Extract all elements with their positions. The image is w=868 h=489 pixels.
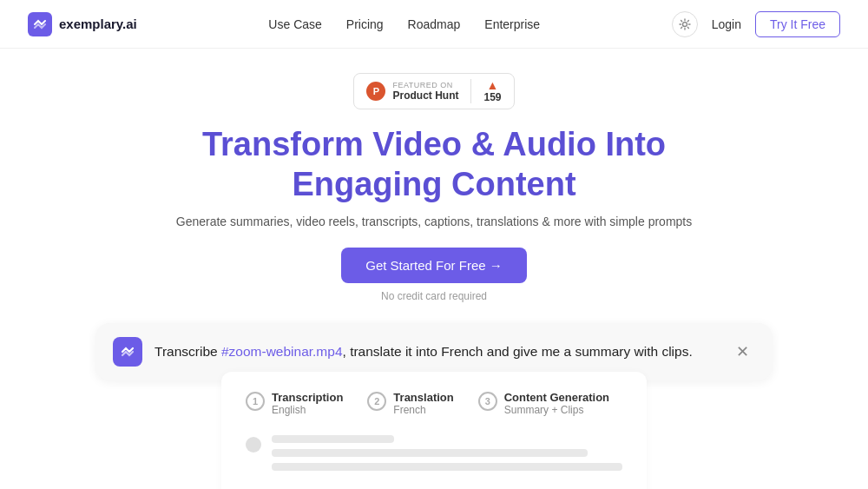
step-translation: 2 Translation French: [367, 391, 453, 416]
ph-divider: [470, 79, 471, 103]
logo-icon: [28, 12, 52, 36]
ph-arrow-icon: ▲: [487, 79, 499, 91]
nav-use-case[interactable]: Use Case: [268, 17, 321, 31]
nav-roadmap[interactable]: Roadmap: [408, 17, 461, 31]
login-button[interactable]: Login: [712, 17, 741, 31]
step-3-title: Content Generation: [504, 391, 609, 404]
prompt-text: Transcribe #zoom-webinar.mp4, translate …: [155, 344, 693, 360]
exemplary-icon: [113, 337, 142, 367]
settings-button[interactable]: [672, 11, 698, 37]
skeleton-row-1: [246, 435, 622, 477]
step-2-title: Translation: [393, 391, 453, 404]
product-hunt-badge[interactable]: P FEATURED ON Product Hunt ▲ 159: [353, 73, 514, 109]
hero-section: P FEATURED ON Product Hunt ▲ 159 Transfo…: [0, 49, 868, 380]
try-free-button[interactable]: Try It Free: [755, 11, 840, 37]
ph-text: FEATURED ON Product Hunt: [392, 81, 458, 102]
ph-score: ▲ 159: [483, 79, 501, 103]
step-1-num: 1: [246, 392, 265, 411]
logo[interactable]: exemplary.ai: [28, 12, 137, 36]
skeleton-avatar-1: [246, 437, 261, 453]
step-2-sub: French: [393, 404, 453, 416]
step-transcription: 1 Transcription English: [246, 391, 343, 416]
ph-logo-icon: P: [366, 82, 385, 101]
step-1-sub: English: [272, 404, 343, 416]
step-1-title: Transcription: [272, 391, 343, 404]
prompt-left: Transcribe #zoom-webinar.mp4, translate …: [113, 337, 693, 367]
nav-pricing[interactable]: Pricing: [346, 17, 384, 31]
skeleton-line: [272, 435, 394, 443]
hero-subheadline: Generate summaries, video reels, transcr…: [176, 215, 692, 228]
ph-featured-label: FEATURED ON: [392, 81, 452, 89]
nav-enterprise[interactable]: Enterprise: [484, 17, 540, 31]
nav-links: Use Case Pricing Roadmap Enterprise: [268, 17, 540, 31]
ph-count: 159: [483, 91, 501, 103]
logo-text: exemplary.ai: [59, 17, 137, 31]
prompt-filename: #zoom-webinar.mp4: [221, 344, 343, 359]
prompt-close-button[interactable]: ✕: [729, 339, 755, 365]
nav-right: Login Try It Free: [672, 11, 840, 37]
no-credit-card-text: No credit card required: [381, 290, 487, 302]
step-2-num: 2: [367, 392, 386, 411]
ph-name-label: Product Hunt: [392, 89, 458, 102]
skeleton-lines-1: [272, 435, 622, 477]
hero-headline: Transform Video & Audio Into Engaging Co…: [130, 125, 738, 204]
step-3-num: 3: [478, 392, 497, 411]
step-3-sub: Summary + Clips: [504, 404, 609, 416]
steps-row: 1 Transcription English 2 Translation Fr…: [246, 391, 622, 416]
step-content-generation: 3 Content Generation Summary + Clips: [478, 391, 609, 416]
skeleton-line: [272, 463, 622, 471]
navbar: exemplary.ai Use Case Pricing Roadmap En…: [0, 0, 868, 49]
skeleton-line: [272, 449, 588, 457]
svg-point-0: [682, 22, 687, 26]
content-area: 1 Transcription English 2 Translation Fr…: [221, 372, 647, 489]
cta-button[interactable]: Get Started For Free →: [341, 248, 527, 283]
